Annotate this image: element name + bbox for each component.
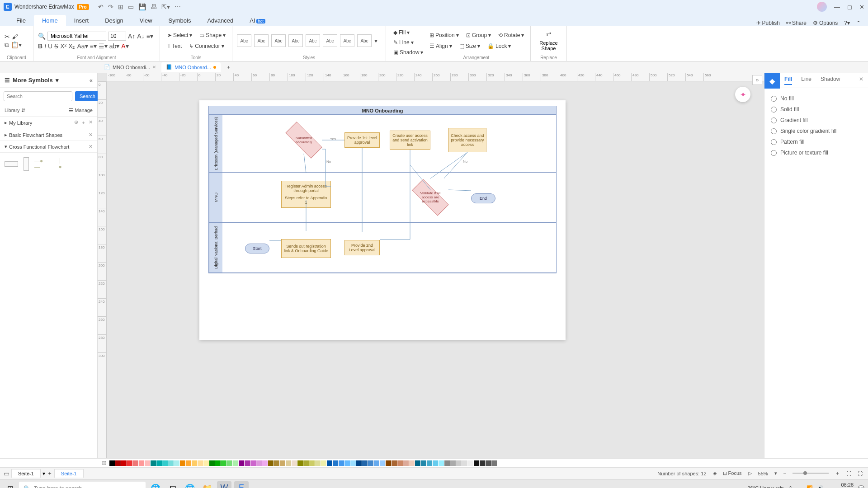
lane-label-3[interactable]: Digital Nasional Berhad: [209, 223, 222, 272]
color-swatch[interactable]: [198, 460, 203, 466]
color-swatch[interactable]: [409, 460, 415, 466]
shape-separator-h[interactable]: —●—: [34, 157, 48, 171]
color-swatch[interactable]: [239, 460, 244, 466]
undo-icon[interactable]: ↶: [98, 3, 104, 10]
open-icon[interactable]: ▭: [128, 3, 134, 10]
page-tab-1[interactable]: Seite-1: [11, 469, 41, 478]
focus-button[interactable]: ⊡ Focus: [723, 470, 742, 476]
highlight-icon[interactable]: ab▾: [109, 42, 120, 50]
align-menu-icon[interactable]: ≡▾: [146, 33, 153, 40]
color-swatch[interactable]: [274, 460, 279, 466]
lib-add-icon[interactable]: ＋: [81, 119, 86, 126]
ai-assistant-icon[interactable]: ✦: [735, 87, 750, 102]
close-icon[interactable]: ✕: [859, 4, 864, 10]
replace-shape-button[interactable]: Replace Shape: [535, 40, 562, 51]
save-icon[interactable]: 💾: [138, 3, 146, 10]
color-swatch[interactable]: [109, 460, 115, 466]
canvas[interactable]: -100-80-60-40-20020406080100120140160180…: [98, 73, 764, 458]
style-preset-3[interactable]: Abc: [271, 34, 286, 47]
fit-page-icon[interactable]: ⛶: [846, 471, 851, 476]
color-swatch[interactable]: [480, 460, 485, 466]
fill-option-gradient[interactable]: Gradient fill: [771, 115, 862, 126]
color-swatch[interactable]: [397, 460, 403, 466]
copy-icon[interactable]: ⧉: [5, 41, 9, 49]
color-swatch[interactable]: [156, 460, 162, 466]
node-start[interactable]: Start: [245, 244, 269, 253]
italic-icon[interactable]: I: [44, 42, 46, 50]
section-close-icon[interactable]: ✕: [89, 132, 93, 138]
redo-icon[interactable]: ↷: [108, 3, 113, 10]
layers-icon[interactable]: ◈: [713, 470, 717, 476]
style-preset-4[interactable]: Abc: [288, 34, 303, 47]
color-swatch[interactable]: [286, 460, 291, 466]
color-swatch[interactable]: [444, 460, 450, 466]
font-size-select[interactable]: [108, 32, 126, 41]
line-tab[interactable]: Line: [801, 76, 811, 85]
tab-design[interactable]: Design: [97, 15, 131, 26]
superscript-icon[interactable]: X²: [60, 42, 66, 50]
size-button[interactable]: ⬚ Size▾: [457, 42, 483, 51]
fill-button[interactable]: ◆ Fill▾: [391, 28, 426, 37]
doc-tab-2[interactable]: 📘 MNO Onboard...: [161, 62, 221, 72]
expand-right-panel-icon[interactable]: »: [752, 75, 762, 85]
lib-new-icon[interactable]: ⊕: [74, 119, 78, 126]
lane-label-2[interactable]: MNO: [209, 173, 222, 222]
options-button[interactable]: ⚙ Options: [813, 20, 838, 26]
shape-separator-v[interactable]: —●: [53, 157, 67, 171]
shadow-tab[interactable]: Shadow: [821, 76, 840, 85]
color-swatch[interactable]: [486, 460, 491, 466]
swimlane-title[interactable]: MNO Onboarding: [208, 106, 557, 115]
zoom-slider[interactable]: [793, 473, 829, 474]
color-swatch[interactable]: [162, 460, 168, 466]
shape-tool[interactable]: ▭ Shape▾: [197, 31, 228, 40]
color-swatch[interactable]: [439, 460, 444, 466]
collapse-panel-icon[interactable]: «: [90, 77, 93, 84]
color-swatch[interactable]: [368, 460, 373, 466]
style-preset-7[interactable]: Abc: [340, 34, 354, 47]
node-validate[interactable]: Validate if all access are accessible: [412, 186, 448, 209]
underline-icon[interactable]: U: [48, 42, 52, 50]
tab-file[interactable]: File: [8, 15, 34, 26]
bold-icon[interactable]: B: [38, 42, 42, 50]
node-register[interactable]: Register Admin access through portal Ste…: [281, 181, 331, 208]
node-l2-approval[interactable]: Provide 2nd Level approval: [344, 240, 380, 255]
edge-icon[interactable]: 🌐: [183, 481, 197, 488]
color-swatch[interactable]: [292, 460, 297, 466]
basic-flowchart-section[interactable]: Basic Flowchart Shapes: [9, 132, 62, 138]
grow-font-icon[interactable]: A↑: [128, 33, 135, 40]
color-swatch[interactable]: [497, 460, 503, 466]
color-swatch[interactable]: [374, 460, 379, 466]
color-swatch[interactable]: [386, 460, 391, 466]
color-swatch[interactable]: [327, 460, 332, 466]
color-swatch[interactable]: [415, 460, 420, 466]
maximize-icon[interactable]: ◻: [847, 4, 852, 10]
lane-label-1[interactable]: Ericsson (Managed Services): [209, 115, 222, 172]
color-swatch[interactable]: [133, 460, 138, 466]
library-label[interactable]: Library ⇵: [5, 108, 25, 113]
fill-option-picture[interactable]: Picture or texture fill: [771, 147, 862, 158]
color-swatch[interactable]: [350, 460, 356, 466]
bullets-icon[interactable]: ☰▾: [99, 42, 108, 50]
line-spacing-icon[interactable]: ≡▾: [90, 42, 97, 50]
tab-home[interactable]: Home: [34, 15, 66, 26]
tab-view[interactable]: View: [132, 15, 160, 26]
line-button[interactable]: ✎ Line▾: [391, 38, 426, 47]
node-create-user[interactable]: Create user access and send activation l…: [390, 131, 430, 150]
color-swatch[interactable]: [456, 460, 462, 466]
new-doc-tab[interactable]: ＋: [222, 62, 236, 72]
style-preset-5[interactable]: Abc: [306, 34, 320, 47]
color-swatch[interactable]: [127, 460, 132, 466]
color-swatch[interactable]: [421, 460, 426, 466]
tab-ai[interactable]: AIhot: [241, 15, 274, 26]
section-close-icon[interactable]: ✕: [89, 144, 93, 150]
page-tab-2[interactable]: Seite-1: [54, 469, 84, 478]
color-swatch[interactable]: [215, 460, 221, 466]
fill-option-single-gradient[interactable]: Single color gradient fill: [771, 126, 862, 136]
color-swatch[interactable]: [256, 460, 262, 466]
color-swatch[interactable]: [209, 460, 215, 466]
color-swatch[interactable]: [427, 460, 432, 466]
zoom-in-icon[interactable]: ＋: [835, 470, 840, 477]
help-icon[interactable]: ?▾: [844, 20, 850, 26]
expand-icon[interactable]: ▸: [5, 132, 7, 138]
subscript-icon[interactable]: X₂: [68, 42, 75, 50]
